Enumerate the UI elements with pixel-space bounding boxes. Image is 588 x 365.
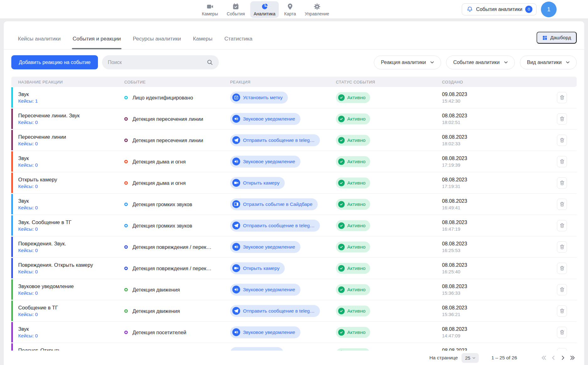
reaction-cell: Звуковое уведомление bbox=[230, 113, 300, 125]
filter-dropdown[interactable]: Вид аналитики bbox=[520, 56, 577, 69]
table-row[interactable]: Звук Кейсы: 0 Детекция дыма и огня Звуко… bbox=[11, 151, 577, 172]
analytics-events-button[interactable]: События аналитики 0 bbox=[462, 3, 537, 15]
cases-link[interactable]: Кейсы: 0 bbox=[18, 269, 93, 275]
nav-item-map[interactable]: Карта bbox=[281, 1, 299, 18]
reaction-pill[interactable]: Звуковое уведомление bbox=[230, 156, 300, 168]
table-row[interactable]: Звук Кейсы: 0 Детекция громких звуков От… bbox=[11, 194, 577, 215]
event-cell: Детекция повреждения / перек… bbox=[124, 244, 212, 250]
filter-dropdown[interactable]: Событие аналитики bbox=[446, 56, 515, 69]
cases-link[interactable]: Кейсы: 0 bbox=[18, 311, 58, 317]
cases-link[interactable]: Кейсы: 0 bbox=[18, 162, 38, 168]
created-cell: 08.08.2023 16:49:41 bbox=[442, 198, 467, 210]
status-badge: Активно bbox=[336, 220, 370, 231]
table-row[interactable]: Повреждения. Открыть камеру Кейсы: 0 Дет… bbox=[11, 258, 577, 279]
created-time: 16:25:53 bbox=[442, 247, 467, 253]
pagination-range: 1 – 25 of 26 bbox=[491, 355, 517, 361]
created-time: 18:02:51 bbox=[442, 119, 467, 125]
nav-item-analytics[interactable]: Аналитика bbox=[250, 1, 279, 18]
delete-button[interactable] bbox=[557, 284, 567, 295]
table-row[interactable]: Повреждения. Звук. Кейсы: 0 Детекция пов… bbox=[11, 236, 577, 258]
reaction-pill[interactable]: Звуковое уведомление bbox=[230, 241, 300, 253]
filter-label: Реакция аналитики bbox=[381, 60, 426, 65]
reaction-pill[interactable]: Отправить сообщение в teleg… bbox=[230, 220, 320, 232]
reaction-pill[interactable]: Открыть камеру bbox=[230, 177, 285, 189]
cases-link[interactable]: Кейсы: 0 bbox=[18, 290, 74, 296]
delete-button[interactable] bbox=[557, 305, 567, 317]
delete-button[interactable] bbox=[557, 241, 567, 253]
tab-ресурсы-аналитики[interactable]: Ресурсы аналитики bbox=[133, 28, 181, 49]
status-cell: Активно bbox=[336, 177, 370, 188]
table-row[interactable]: Пересечение линии. Звук Кейсы: 0 Детекци… bbox=[11, 108, 577, 130]
reaction-pill[interactable]: Отправить сообщение в teleg… bbox=[230, 134, 320, 146]
first-page-button[interactable] bbox=[540, 354, 548, 362]
dashboard-button[interactable]: Дашборд bbox=[537, 32, 577, 44]
reaction-pill[interactable]: Установить метку bbox=[230, 92, 288, 104]
cases-link[interactable]: Кейсы: 0 bbox=[18, 333, 38, 339]
tab-камеры[interactable]: Камеры bbox=[193, 28, 213, 49]
delete-button[interactable] bbox=[557, 327, 567, 338]
table-row[interactable]: Пересечение линии Кейсы: 0 Детекция пере… bbox=[11, 130, 577, 151]
search-input[interactable] bbox=[108, 60, 203, 65]
delete-button[interactable] bbox=[557, 156, 567, 167]
per-page-select[interactable]: 25 bbox=[461, 353, 479, 363]
status-cell: Активно bbox=[336, 199, 370, 210]
delete-button[interactable] bbox=[557, 177, 567, 189]
event-cell: Детекция посетителей bbox=[124, 329, 186, 335]
event-dot-icon bbox=[124, 138, 128, 142]
reaction-pill[interactable]: Звуковое уведомление bbox=[230, 326, 300, 338]
delete-button[interactable] bbox=[557, 220, 567, 231]
prev-page-button[interactable] bbox=[550, 354, 557, 362]
add-reaction-button[interactable]: Добавить реакцию на событие bbox=[11, 55, 98, 69]
table-row[interactable]: Звук Кейсы: 0 Детекция посетителей Звуко… bbox=[11, 322, 577, 343]
reaction-pill-label: Звуковое уведомление bbox=[243, 244, 295, 250]
nav-item-management[interactable]: Управление bbox=[301, 1, 333, 18]
delete-button[interactable] bbox=[557, 113, 567, 125]
table-row[interactable]: Сообщение в ТГ Кейсы: 0 Детекция движени… bbox=[11, 300, 577, 322]
nav-label: События bbox=[227, 11, 245, 16]
table-row[interactable]: Открыть камеру Кейсы: 0 Детекция дыма и … bbox=[11, 172, 577, 194]
delete-button[interactable] bbox=[557, 199, 567, 210]
delete-button[interactable] bbox=[557, 92, 567, 103]
delete-cell bbox=[557, 135, 567, 146]
tab-статистика[interactable]: Статистика bbox=[224, 28, 252, 49]
cases-link[interactable]: Кейсы: 0 bbox=[18, 183, 57, 189]
cases-link[interactable]: Кейсы: 1 bbox=[18, 98, 38, 104]
filter-dropdown[interactable]: Реакция аналитики bbox=[374, 56, 441, 69]
delete-button[interactable] bbox=[557, 135, 567, 146]
reaction-pill[interactable]: Звуковое уведомление bbox=[230, 284, 300, 296]
tab-кейсы-аналитики[interactable]: Кейсы аналитики bbox=[18, 28, 61, 49]
reaction-pill[interactable]: Открыть камеру bbox=[230, 262, 285, 274]
check-icon bbox=[338, 115, 345, 122]
reaction-pill[interactable]: Отразить событие в Сайдбаре bbox=[230, 198, 318, 210]
search-icon[interactable] bbox=[207, 59, 213, 66]
avatar[interactable]: 1 bbox=[541, 2, 557, 17]
status-cell: Активно bbox=[336, 263, 370, 274]
filter-label: Вид аналитики bbox=[527, 60, 562, 65]
status-label: Активно bbox=[347, 308, 365, 314]
cases-link[interactable]: Кейсы: 0 bbox=[18, 247, 66, 253]
cases-link[interactable]: Кейсы: 0 bbox=[18, 205, 38, 211]
column-header: СТАТУС СОБЫТИЯ bbox=[336, 79, 375, 84]
next-page-button[interactable] bbox=[559, 354, 567, 362]
last-page-button[interactable] bbox=[569, 354, 576, 362]
created-time: 15:36:21 bbox=[442, 311, 467, 317]
table-row[interactable]: Звук Кейсы: 1 Лицо идентифицировано Уста… bbox=[11, 87, 577, 108]
dashboard-label: Дашборд bbox=[550, 35, 571, 40]
video-camera-icon bbox=[206, 3, 214, 10]
nav-item-cameras[interactable]: Камеры bbox=[198, 1, 221, 18]
delete-button[interactable] bbox=[557, 263, 567, 274]
delete-cell bbox=[557, 305, 567, 317]
nav-item-events[interactable]: События bbox=[223, 1, 248, 18]
table-row[interactable]: Звук. Сообщение в ТГ Кейсы: 0 Детекция г… bbox=[11, 215, 577, 236]
cases-link[interactable]: Кейсы: 0 bbox=[18, 119, 80, 125]
reaction-pill[interactable]: Отправить сообщение в teleg… bbox=[230, 305, 320, 317]
table-row[interactable]: Звуковое уведомление Кейсы: 0 Детекция д… bbox=[11, 279, 577, 300]
reaction-pill[interactable]: Звуковое уведомление bbox=[230, 113, 300, 125]
cases-link[interactable]: Кейсы: 0 bbox=[18, 226, 72, 232]
status-badge: Активно bbox=[336, 241, 370, 252]
created-cell: 08.08.2023 18:02:51 bbox=[442, 113, 467, 125]
cases-link[interactable]: Кейсы: 0 bbox=[18, 141, 66, 147]
event-label: Лицо идентифицировано bbox=[132, 94, 193, 100]
reaction-pill-label: Отправить сообщение в teleg… bbox=[243, 308, 315, 314]
tab-события-и-реакции[interactable]: События и реакции bbox=[73, 28, 121, 49]
